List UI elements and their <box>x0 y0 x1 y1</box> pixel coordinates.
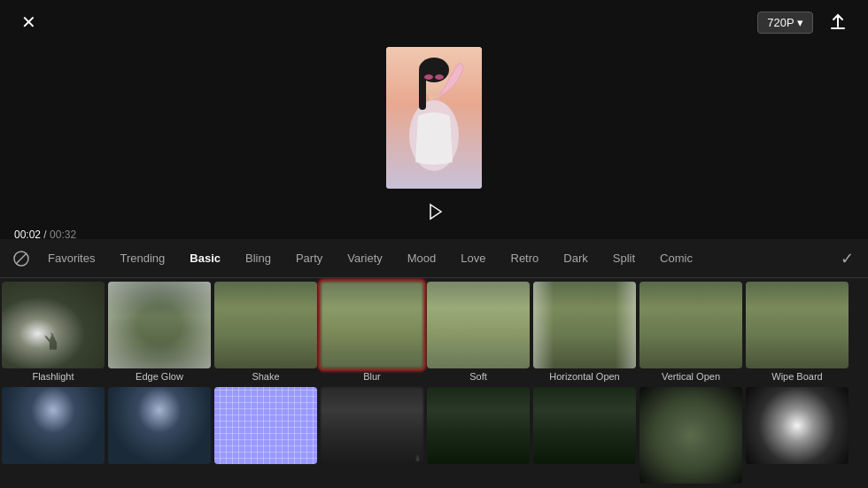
filter-r2-7[interactable] <box>638 383 744 489</box>
cat-comic[interactable]: Comic <box>649 246 703 270</box>
preview-area <box>0 44 868 230</box>
filter-horizontal-open[interactable]: Horizontal Open <box>531 278 638 383</box>
filter-shake[interactable]: Shake <box>213 278 319 383</box>
filter-row-2: ↓ <box>0 383 868 489</box>
no-filter-icon[interactable] <box>9 246 34 271</box>
edge-glow-label: Edge Glow <box>136 371 183 382</box>
header-right: 720P ▾ <box>757 6 854 38</box>
play-button[interactable] <box>418 196 450 228</box>
filter-r2-1[interactable] <box>0 383 106 489</box>
blur-thumb <box>321 282 423 368</box>
r2-3-thumb <box>214 387 317 464</box>
header: ✕ 720P ▾ <box>0 0 868 44</box>
r2-7-thumb <box>639 387 742 484</box>
r2-6-thumb <box>533 387 636 464</box>
download-arrow: ↓ <box>415 453 420 462</box>
cat-favorites[interactable]: Favorites <box>37 246 105 270</box>
filter-flashlight[interactable]: Flashlight <box>0 278 106 383</box>
flashlight-thumb <box>2 282 105 368</box>
filter-r2-6[interactable] <box>531 383 638 489</box>
filter-row-1: Flashlight Edge Glow Shake Blur Soft Hor… <box>0 278 868 383</box>
vertical-open-thumb <box>639 282 742 368</box>
filter-r2-2[interactable] <box>106 383 213 489</box>
edge-glow-thumb <box>108 282 211 368</box>
play-icon <box>422 199 446 224</box>
fashion-svg <box>386 47 482 189</box>
horizontal-open-label: Horizontal Open <box>549 371 620 382</box>
filter-edge-glow[interactable]: Edge Glow <box>106 278 213 383</box>
video-thumbnail <box>386 47 482 189</box>
r2-4-thumb: ↓ <box>321 387 423 464</box>
svg-marker-8 <box>430 205 441 219</box>
export-button[interactable] <box>822 6 854 38</box>
vertical-open-label: Vertical Open <box>662 371 720 382</box>
cat-mood[interactable]: Mood <box>397 246 447 270</box>
svg-point-7 <box>435 74 444 80</box>
cat-trending[interactable]: Trending <box>109 246 175 270</box>
filter-r2-8[interactable] <box>744 383 850 489</box>
cat-split[interactable]: Split <box>602 246 646 270</box>
cat-party[interactable]: Party <box>285 246 333 270</box>
r2-5-thumb <box>427 387 530 464</box>
circle-slash-icon <box>12 250 30 267</box>
filter-soft[interactable]: Soft <box>425 278 531 383</box>
filter-categories: Favorites Trending Basic Bling Party Var… <box>0 239 868 278</box>
fashion-figure <box>386 47 482 189</box>
cat-dark[interactable]: Dark <box>553 246 598 270</box>
cat-basic[interactable]: Basic <box>179 246 231 270</box>
filter-blur[interactable]: Blur <box>319 278 425 383</box>
cat-love[interactable]: Love <box>450 246 496 270</box>
close-button[interactable]: ✕ <box>14 8 43 36</box>
filter-vertical-open[interactable]: Vertical Open <box>638 278 744 383</box>
soft-thumb <box>427 282 530 368</box>
filter-wipe-board[interactable]: Wipe Board <box>744 278 850 383</box>
r2-8-thumb <box>746 387 849 464</box>
filter-r2-5[interactable] <box>425 383 531 489</box>
upload-icon <box>828 12 848 32</box>
r2-1-thumb <box>2 387 105 464</box>
r2-2-thumb <box>108 387 211 464</box>
confirm-button[interactable]: ✓ <box>834 246 859 271</box>
cat-retro[interactable]: Retro <box>500 246 550 270</box>
svg-line-10 <box>16 253 27 264</box>
blur-label: Blur <box>363 371 381 382</box>
flashlight-label: Flashlight <box>32 371 74 382</box>
soft-label: Soft <box>469 371 487 382</box>
filter-grid: Flashlight Edge Glow Shake Blur Soft Hor… <box>0 278 868 488</box>
filter-r2-4[interactable]: ↓ <box>319 383 425 489</box>
shake-label: Shake <box>252 371 279 382</box>
filter-r2-3[interactable] <box>213 383 319 489</box>
shake-thumb <box>214 282 317 368</box>
deer-svg <box>38 329 69 351</box>
wipe-board-thumb <box>746 282 849 368</box>
cat-variety[interactable]: Variety <box>337 246 393 270</box>
wipe-board-label: Wipe Board <box>771 371 822 382</box>
resolution-button[interactable]: 720P ▾ <box>757 12 813 34</box>
horizontal-open-thumb <box>533 282 636 368</box>
svg-point-6 <box>424 74 433 80</box>
cat-bling[interactable]: Bling <box>235 246 282 270</box>
